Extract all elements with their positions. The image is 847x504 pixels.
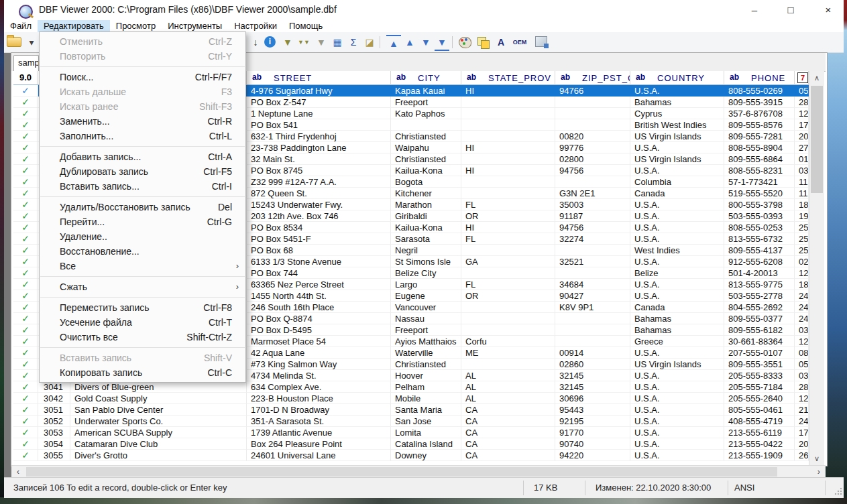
cell-name[interactable]: San Pablo Dive Center (70, 404, 247, 416)
cell-date[interactable]: 28.02 (795, 97, 809, 108)
cell-state_prov[interactable]: FL (461, 233, 555, 245)
cell-city[interactable]: Nassau (391, 313, 461, 324)
cell-country[interactable]: U.S.A. (630, 416, 724, 427)
cell-date[interactable]: 17.04 (795, 427, 809, 438)
cell-date[interactable]: 24.06 (795, 302, 809, 313)
cell-country[interactable]: Canada (630, 302, 724, 313)
cell-phone[interactable]: 519-555-5520 (724, 188, 795, 199)
cell-street[interactable]: 32 Main St. (247, 153, 391, 165)
horizontal-scroll-thumb[interactable] (26, 467, 777, 477)
cell-country[interactable]: Canada (630, 188, 724, 199)
cell-rec[interactable]: 3042 (38, 393, 70, 404)
cell-state_prov[interactable] (461, 108, 555, 119)
menu-item-перейти-[interactable]: Перейти...Ctrl-G (40, 214, 245, 229)
scroll-right-icon[interactable]: › (812, 466, 826, 478)
cell-street[interactable]: 1701-D N Broadway (247, 404, 391, 416)
prev-record-icon[interactable]: ▲ (402, 35, 417, 50)
scroll-down-icon[interactable]: ∨ (809, 452, 824, 465)
font-icon[interactable]: A (494, 35, 508, 50)
cell-phone[interactable]: 205-555-2640 (724, 393, 795, 404)
cell-state_prov[interactable]: FL (461, 199, 555, 210)
cell-street[interactable]: PO Box Q-8874 (247, 313, 391, 324)
cell-country[interactable]: U.S.A. (630, 427, 724, 438)
cell-country[interactable]: Cyprus (630, 108, 724, 119)
cell-country[interactable]: Bahamas (630, 324, 724, 336)
cell-phone[interactable]: 809-555-3551 (724, 359, 795, 370)
cell-zip[interactable]: 94220 (555, 450, 630, 461)
cell-street[interactable]: Box 264 Pleasure Point (247, 438, 391, 450)
cell-state_prov[interactable]: AL (461, 393, 555, 404)
cell-street[interactable]: 42 Aqua Lane (247, 347, 391, 359)
cell-phone[interactable]: 213-555-0422 (724, 438, 795, 450)
cell-zip[interactable]: K8V 9P1 (555, 302, 630, 313)
cell-phone[interactable]: 813-555-6732 (724, 233, 795, 245)
menu-item-копировать-запись[interactable]: Копировать записьCtrl-C (40, 365, 245, 380)
cell-street[interactable]: 872 Queen St. (247, 188, 391, 199)
insert-down-icon[interactable]: ↓ (248, 35, 263, 50)
menubar-item-настройки[interactable]: Настройки (228, 20, 283, 32)
cell-city[interactable]: Giribaldi (391, 210, 461, 222)
last-record-icon[interactable]: ▼ (435, 35, 449, 51)
menu-item-добавить-запись-[interactable]: Добавить запись...Ctrl-A (40, 149, 245, 164)
cell-city[interactable]: Largo (391, 279, 461, 290)
cell-name[interactable]: American SCUBA Supply (70, 427, 247, 438)
cell-country[interactable]: U.S.A. (630, 222, 724, 233)
cell-country[interactable]: Bahamas (630, 97, 724, 108)
cell-zip[interactable] (555, 97, 630, 108)
cell-date[interactable]: 21.04 (795, 404, 809, 416)
cell-date[interactable]: 01.05 (795, 153, 809, 165)
cell-state_prov[interactable]: FL (461, 279, 555, 290)
scroll-left-icon[interactable]: ‹ (11, 466, 25, 478)
menubar-item-редактировать[interactable]: Редактировать (38, 20, 110, 32)
cell-zip[interactable]: 00914 (555, 347, 630, 359)
vertical-scroll-thumb[interactable] (811, 86, 823, 193)
oem-charset-icon[interactable]: OEM (510, 35, 530, 50)
cell-zip[interactable]: 32274 (555, 233, 630, 245)
cell-name[interactable]: Gold Coast Supply (70, 393, 247, 404)
color-palette-icon[interactable] (459, 37, 471, 48)
menu-item-переместить-запись[interactable]: Переместить записьCtrl-F8 (40, 300, 245, 315)
minimize-button[interactable]: – (739, 0, 770, 20)
cell-street[interactable]: PO Box 744 (247, 267, 391, 279)
cell-state_prov[interactable] (461, 302, 555, 313)
cell-name[interactable]: Catamaran Dive Club (70, 438, 247, 450)
cell-country[interactable]: U.S.A. (630, 438, 724, 450)
cell-street[interactable]: 4734 Melinda St. (247, 370, 391, 381)
cell-date[interactable]: 26.02 (795, 450, 809, 461)
menu-item-заменить-[interactable]: Заменить...Ctrl-R (40, 114, 245, 129)
cell-state_prov[interactable] (461, 359, 555, 370)
cell-street[interactable]: 634 Complex Ave. (247, 381, 391, 393)
cell-phone[interactable]: 408-555-4719 (724, 416, 795, 427)
cell-state_prov[interactable]: GA (461, 256, 555, 267)
hint-icon[interactable]: i (264, 36, 276, 48)
cell-phone[interactable]: 207-555-0107 (724, 347, 795, 359)
cell-city[interactable]: Christiansted (391, 131, 461, 142)
menubar-item-просмотр[interactable]: Просмотр (110, 20, 162, 32)
cell-state_prov[interactable]: AL (461, 381, 555, 393)
cell-state_prov[interactable] (461, 97, 555, 108)
cell-city[interactable]: Vancouver (391, 302, 461, 313)
cell-state_prov[interactable]: CA (461, 416, 555, 427)
menu-item-поиск-[interactable]: Поиск...Ctrl-F/F7 (40, 70, 245, 84)
cell-date[interactable]: 20.04 (795, 131, 809, 142)
cell-date[interactable]: 12.11 (795, 336, 809, 347)
column-header-state_prov[interactable]: abSTATE_PROV (461, 71, 555, 85)
export-image-icon[interactable] (535, 36, 547, 47)
cell-phone[interactable]: 809-555-6864 (724, 153, 795, 165)
cell-zip[interactable]: 02800 (555, 153, 630, 165)
menubar-item-файл[interactable]: Файл (4, 20, 38, 32)
cell-zip[interactable]: 92195 (555, 416, 630, 427)
cell-state_prov[interactable]: OR (461, 290, 555, 302)
cell-zip[interactable] (555, 245, 630, 256)
cell-street[interactable]: PO Box D-5495 (247, 324, 391, 336)
cell-date[interactable]: 05.04 (795, 359, 809, 370)
cell-state_prov[interactable]: CA (461, 450, 555, 461)
cell-country[interactable]: U.S.A. (630, 347, 724, 359)
cell-country[interactable]: Belize (630, 267, 724, 279)
next-record-icon[interactable]: ▼ (418, 35, 433, 50)
cell-zip[interactable]: 91770 (555, 427, 630, 438)
cell-date[interactable]: 02.06 (795, 256, 809, 267)
cell-street[interactable]: 23-738 Paddington Lane (247, 142, 391, 153)
cell-city[interactable]: St Simons Isle (391, 256, 461, 267)
cell-rec[interactable]: 3051 (38, 404, 70, 416)
